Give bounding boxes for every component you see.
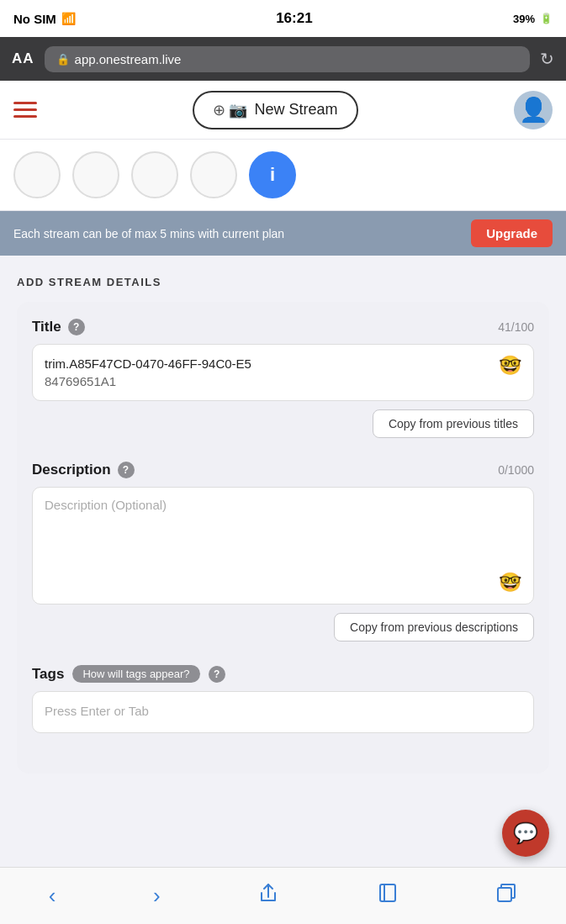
new-stream-button[interactable]: ⊕ 📷 New Stream bbox=[193, 91, 357, 129]
browser-url: app.onestream.live bbox=[75, 52, 182, 66]
tags-input[interactable]: Press Enter or Tab bbox=[32, 691, 534, 733]
battery-icon: 🔋 bbox=[540, 13, 553, 24]
share-icon bbox=[257, 882, 279, 910]
browser-aa-button[interactable]: AA bbox=[12, 50, 34, 67]
description-help-icon[interactable]: ? bbox=[118, 462, 135, 478]
title-field-header: Title ? 41/100 bbox=[32, 319, 534, 335]
tags-label: Tags bbox=[32, 666, 64, 683]
description-label: Description bbox=[32, 462, 111, 478]
description-label-row: Description ? bbox=[32, 462, 135, 478]
copy-descriptions-button[interactable]: Copy from previous descriptions bbox=[334, 613, 534, 642]
app-header: ⊕ 📷 New Stream 👤 bbox=[0, 81, 566, 140]
platform-row: i bbox=[0, 140, 566, 211]
reload-icon[interactable]: ↻ bbox=[540, 49, 554, 69]
chat-icon: 💬 bbox=[513, 821, 538, 845]
title-emoji-icon[interactable]: 🤓 bbox=[499, 355, 521, 377]
description-field-group: Description ? 0/1000 Description (Option… bbox=[32, 462, 534, 642]
new-stream-label: New Stream bbox=[254, 101, 337, 119]
hamburger-menu[interactable] bbox=[13, 102, 37, 118]
platform-circle-3[interactable] bbox=[131, 151, 178, 198]
title-input[interactable]: trim.A85F47CD-0470-46FF-94C0-E5 84769651… bbox=[32, 344, 534, 401]
plus-icon: ⊕ bbox=[213, 101, 225, 119]
title-label-row: Title ? bbox=[32, 319, 85, 335]
title-field-group: Title ? 41/100 trim.A85F47CD-0470-46FF-9… bbox=[32, 319, 534, 438]
browser-bar: AA 🔒 app.onestream.live ↻ bbox=[0, 37, 566, 81]
tags-field-group: Tags How will tags appear? ? Press Enter… bbox=[32, 665, 534, 733]
main-content: ADD STREAM DETAILS Title ? 41/100 trim.A… bbox=[0, 256, 566, 794]
battery-label: 39% bbox=[513, 13, 535, 25]
description-char-count: 0/1000 bbox=[498, 463, 534, 477]
user-avatar[interactable]: 👤 bbox=[514, 91, 553, 129]
upgrade-button[interactable]: Upgrade bbox=[471, 219, 553, 247]
bottom-nav: ‹ › bbox=[0, 867, 566, 924]
wifi-icon: 📶 bbox=[61, 12, 76, 25]
info-icon: i bbox=[270, 164, 275, 186]
stream-details-card: Title ? 41/100 trim.A85F47CD-0470-46FF-9… bbox=[17, 302, 549, 774]
forward-button[interactable]: › bbox=[136, 876, 177, 916]
description-copy-row: Copy from previous descriptions bbox=[32, 613, 534, 642]
hamburger-line3 bbox=[13, 115, 37, 118]
lock-icon: 🔒 bbox=[56, 53, 70, 66]
description-placeholder: Description (Optional) bbox=[45, 498, 521, 512]
platform-circle-2[interactable] bbox=[72, 151, 119, 198]
share-button[interactable] bbox=[241, 875, 296, 916]
back-button[interactable]: ‹ bbox=[32, 876, 73, 916]
tags-header: Tags How will tags appear? ? bbox=[32, 665, 534, 683]
status-right: 39% 🔋 bbox=[513, 13, 553, 25]
carrier-label: No SIM bbox=[13, 12, 56, 26]
description-emoji-icon[interactable]: 🤓 bbox=[499, 572, 521, 594]
description-textarea[interactable]: Description (Optional) 🤓 bbox=[32, 487, 534, 605]
title-label: Title bbox=[32, 319, 61, 335]
new-stream-icons: ⊕ 📷 bbox=[213, 101, 247, 119]
platform-info-circle[interactable]: i bbox=[249, 151, 296, 198]
chat-support-bubble[interactable]: 💬 bbox=[502, 810, 549, 857]
camera-icon: 📷 bbox=[229, 101, 247, 119]
copy-titles-button[interactable]: Copy from previous titles bbox=[373, 409, 534, 438]
upgrade-banner: Each stream can be of max 5 mins with cu… bbox=[0, 211, 566, 256]
status-time: 16:21 bbox=[276, 10, 312, 27]
avatar-icon: 👤 bbox=[519, 96, 548, 124]
title-line2: 84769651A1 bbox=[45, 372, 492, 390]
bookmarks-button[interactable] bbox=[360, 875, 415, 916]
svg-rect-3 bbox=[498, 888, 511, 901]
upgrade-message: Each stream can be of max 5 mins with cu… bbox=[13, 227, 461, 240]
tags-placeholder: Press Enter or Tab bbox=[45, 704, 149, 718]
tags-appearance-badge[interactable]: How will tags appear? bbox=[72, 665, 199, 683]
title-help-icon[interactable]: ? bbox=[68, 319, 85, 335]
hamburger-line2 bbox=[13, 108, 37, 111]
book-icon bbox=[377, 882, 399, 910]
status-bar: No SIM 📶 16:21 39% 🔋 bbox=[0, 0, 566, 37]
browser-url-box[interactable]: 🔒 app.onestream.live bbox=[45, 46, 530, 72]
tabs-icon bbox=[495, 882, 517, 910]
title-copy-row: Copy from previous titles bbox=[32, 409, 534, 438]
platform-circle-4[interactable] bbox=[190, 151, 237, 198]
section-title: ADD STREAM DETAILS bbox=[17, 276, 549, 288]
svg-rect-1 bbox=[380, 884, 395, 901]
tabs-button[interactable] bbox=[479, 875, 534, 916]
hamburger-line1 bbox=[13, 102, 37, 104]
description-field-header: Description ? 0/1000 bbox=[32, 462, 534, 478]
title-char-count: 41/100 bbox=[498, 320, 534, 334]
platform-circle-1[interactable] bbox=[13, 151, 61, 198]
title-text: trim.A85F47CD-0470-46FF-94C0-E5 84769651… bbox=[45, 355, 492, 390]
status-left: No SIM 📶 bbox=[13, 12, 76, 26]
tags-help-icon[interactable]: ? bbox=[209, 666, 225, 683]
back-icon: ‹ bbox=[49, 883, 56, 909]
title-line1: trim.A85F47CD-0470-46FF-94C0-E5 bbox=[45, 355, 492, 372]
forward-icon: › bbox=[153, 883, 161, 909]
